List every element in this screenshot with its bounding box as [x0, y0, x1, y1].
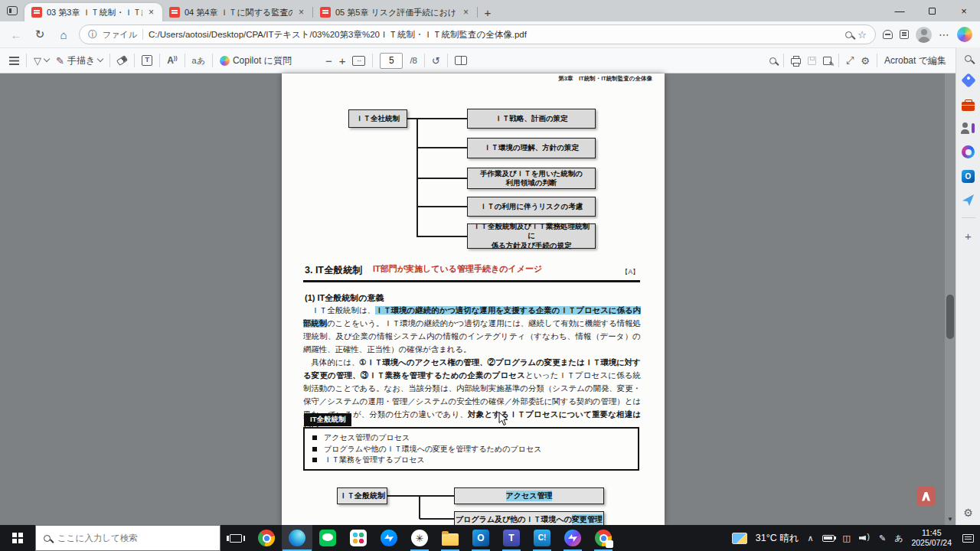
- close-button[interactable]: ×: [948, 0, 980, 21]
- url-field[interactable]: ⓘ ファイル C:/Users/aotosi/Desktop/CPA/ITテキス…: [79, 24, 876, 44]
- tab-03[interactable]: 03 第3章 ＩＴ統制・ＩＴ統制監査 ×: [24, 3, 162, 21]
- chevron-down-icon: [97, 56, 103, 62]
- tab-close-icon[interactable]: ×: [147, 7, 155, 18]
- back-icon[interactable]: ←: [8, 28, 24, 41]
- messenger-gradient-icon: [564, 530, 581, 546]
- page-number-input[interactable]: [380, 53, 403, 69]
- url-text: C:/Users/aotosi/Desktop/CPA/ITテキスト/03%20…: [149, 29, 840, 41]
- customize-sidebar-button[interactable]: +: [965, 230, 972, 243]
- rotate-button[interactable]: ↺: [432, 55, 440, 67]
- print-icon: [791, 58, 801, 64]
- sidebar-settings-icon[interactable]: ⚙: [963, 507, 973, 519]
- table-of-contents-button[interactable]: [9, 60, 19, 61]
- battery-icon[interactable]: [822, 535, 835, 542]
- save-as-button[interactable]: [823, 57, 831, 65]
- translate-button[interactable]: aあ: [192, 55, 205, 67]
- adobe-acrobat-icon: [921, 492, 931, 501]
- scroll-down-arrow[interactable]: ▼: [945, 516, 956, 523]
- settings-more-icon[interactable]: ⋯: [939, 28, 950, 41]
- add-text-button[interactable]: T: [142, 55, 152, 66]
- paragraph-2: 具体的には、①ＩＴ環境へのアクセス権の管理、②プログラムの変更またはＩＴ環境に対…: [303, 357, 641, 435]
- tab-actions-button[interactable]: [0, 0, 24, 21]
- microsoft-365-icon[interactable]: [962, 145, 975, 158]
- home-icon[interactable]: ⌂: [55, 28, 72, 41]
- taskbar-clock[interactable]: 11:45 2025/07/24: [911, 528, 952, 548]
- ime-mode-indicator[interactable]: あ: [894, 533, 903, 544]
- taskbar-chrome-profile[interactable]: [588, 525, 619, 551]
- tab-05[interactable]: 05 第5章 リスク評価手続におけるＩ ×: [313, 3, 477, 21]
- section-marker: 【A】: [622, 268, 639, 277]
- taskbar-edge[interactable]: [282, 525, 312, 551]
- notification-center-icon[interactable]: [962, 534, 974, 543]
- taskbar-slack[interactable]: [343, 525, 374, 551]
- ask-copilot-button[interactable]: Copilot に質問: [220, 54, 292, 67]
- shopping-tag-icon[interactable]: [961, 73, 976, 88]
- zoom-page-icon[interactable]: [845, 31, 852, 38]
- read-aloud-button[interactable]: A: [167, 55, 177, 66]
- scrollbar-thumb[interactable]: [946, 295, 954, 339]
- taskbar-chatwork[interactable]: C!: [527, 525, 557, 551]
- taskbar-search-box[interactable]: [35, 525, 220, 551]
- acrobat-floating-button[interactable]: [916, 487, 936, 506]
- favorite-star-icon[interactable]: ☆: [858, 29, 867, 41]
- search-icon: [769, 57, 776, 64]
- task-view-icon: [230, 534, 242, 543]
- checklist-item: ＩＴ業務を管理するプロセス: [312, 455, 630, 465]
- taskbar-outlook[interactable]: O: [466, 525, 496, 551]
- chart-root-box: ＩＴ全社統制: [348, 109, 407, 128]
- taskbar-chatgpt[interactable]: ✳: [404, 525, 435, 551]
- taskbar-chrome[interactable]: [251, 525, 282, 551]
- search-document-button[interactable]: [769, 57, 776, 64]
- games-icon[interactable]: [962, 122, 975, 134]
- show-hidden-icons-chevron[interactable]: ∧: [807, 533, 813, 543]
- pdf-settings-button[interactable]: ⚙: [861, 55, 870, 67]
- task-view-button[interactable]: [220, 525, 251, 551]
- start-button[interactable]: [0, 525, 35, 551]
- sidebar-search-icon[interactable]: [965, 55, 972, 62]
- new-tab-button[interactable]: +: [478, 3, 498, 21]
- drop-paper-plane-icon[interactable]: [962, 194, 974, 206]
- page-view-button[interactable]: [455, 56, 467, 65]
- print-button[interactable]: [791, 57, 801, 64]
- outlook-sidebar-icon[interactable]: O: [962, 170, 975, 183]
- taskbar-messenger[interactable]: [374, 525, 404, 551]
- speaker-icon[interactable]: [859, 533, 871, 543]
- checklist-text: ＩＴ業務を管理するプロセス: [324, 455, 425, 465]
- minimize-button[interactable]: —: [884, 0, 916, 21]
- screen-rotation-icon[interactable]: ◫: [843, 533, 851, 543]
- profile-avatar[interactable]: [916, 27, 932, 43]
- page-total-label: /8: [410, 56, 417, 65]
- maximize-button[interactable]: [916, 0, 948, 21]
- weather-widget-icon[interactable]: [732, 533, 747, 544]
- taskbar-search-input[interactable]: [57, 533, 212, 543]
- weather-text[interactable]: 31°C 晴れ: [756, 532, 799, 545]
- toolbar-divider: [109, 54, 110, 67]
- taskbar-teams[interactable]: T: [496, 525, 527, 551]
- taskbar-messenger-2[interactable]: [557, 525, 588, 551]
- chart-child-box: ＩＴ環境の理解、方針の策定: [467, 138, 596, 158]
- fit-width-button[interactable]: ↔: [352, 56, 365, 66]
- page-info-icon[interactable]: ⓘ: [88, 28, 97, 41]
- browser-essentials-icon[interactable]: [883, 30, 893, 39]
- search-icon: [44, 535, 51, 542]
- fullscreen-button[interactable]: ⤢: [846, 54, 854, 67]
- save-icon-disabled: [808, 57, 816, 65]
- erase-button[interactable]: [117, 57, 127, 64]
- copilot-icon[interactable]: [957, 27, 972, 42]
- taskbar-line[interactable]: [312, 525, 343, 551]
- tab-04[interactable]: 04 第4章 ＩＴに関する監査の種類 ×: [162, 3, 312, 21]
- edit-in-acrobat-button[interactable]: Acrobat で編集: [884, 54, 946, 67]
- collections-icon[interactable]: [900, 30, 909, 39]
- zoom-in-button[interactable]: +: [339, 54, 346, 67]
- toolbar-divider: [783, 54, 784, 67]
- refresh-icon[interactable]: ↻: [31, 28, 48, 41]
- vertical-scrollbar[interactable]: ▼: [945, 73, 956, 525]
- taskbar-file-explorer[interactable]: [435, 525, 466, 551]
- draw-button[interactable]: ✎手描き: [56, 54, 103, 67]
- zoom-out-button[interactable]: −: [325, 54, 332, 67]
- tab-close-icon[interactable]: ×: [297, 7, 305, 18]
- toolbox-icon[interactable]: [962, 102, 975, 111]
- tab-close-icon[interactable]: ×: [462, 7, 470, 18]
- highlighter-button[interactable]: ▽: [34, 55, 49, 67]
- windows-ink-pen-icon[interactable]: ✎: [879, 533, 886, 543]
